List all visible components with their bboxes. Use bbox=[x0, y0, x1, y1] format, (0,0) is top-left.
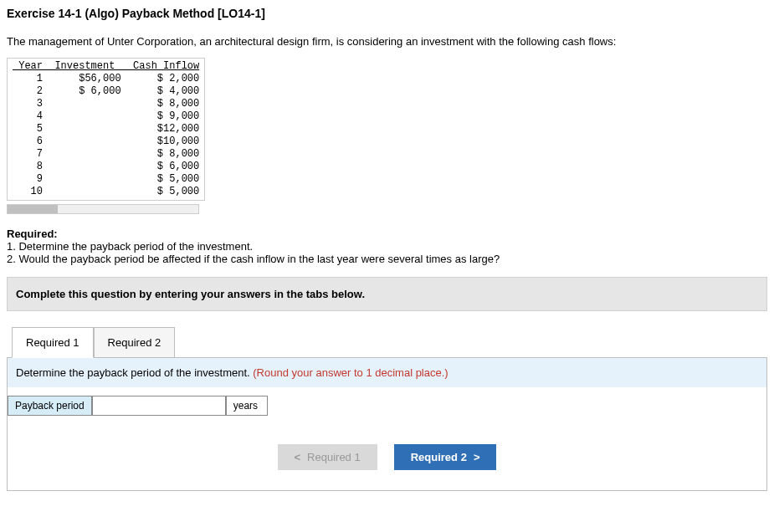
tab-panel: Determine the payback period of the inve… bbox=[7, 357, 767, 491]
intro-text: The management of Unter Corporation, an … bbox=[7, 35, 767, 48]
answer-grid: Payback period years bbox=[8, 396, 268, 416]
tab-required-1[interactable]: Required 1 bbox=[12, 327, 94, 358]
nav-buttons: < Required 1 Required 2 > bbox=[8, 436, 766, 490]
payback-input[interactable] bbox=[93, 396, 225, 415]
exercise-title: Exercise 14-1 (Algo) Payback Method [LO1… bbox=[7, 7, 767, 20]
required-header: Required: bbox=[7, 228, 767, 240]
payback-input-cell bbox=[92, 396, 226, 416]
next-button[interactable]: Required 2 > bbox=[394, 444, 497, 470]
scrollbar-thumb[interactable] bbox=[8, 205, 58, 213]
instruction-bar: Complete this question by entering your … bbox=[7, 277, 767, 311]
chevron-right-icon: > bbox=[474, 451, 480, 463]
payback-label-cell: Payback period bbox=[8, 396, 92, 416]
required-q1: 1. Determine the payback period of the i… bbox=[7, 240, 767, 253]
panel-prompt: Determine the payback period of the inve… bbox=[16, 366, 253, 379]
panel-prompt-note: (Round your answer to 1 decimal place.) bbox=[253, 366, 448, 379]
next-button-label: Required 2 bbox=[411, 451, 467, 463]
required-block: Required: 1. Determine the payback perio… bbox=[7, 228, 767, 265]
payback-unit-cell: years bbox=[226, 396, 268, 416]
horizontal-scrollbar[interactable] bbox=[7, 204, 199, 214]
prev-button-label: Required 1 bbox=[307, 451, 361, 463]
tab-required-2[interactable]: Required 2 bbox=[94, 327, 176, 358]
chevron-left-icon: < bbox=[295, 451, 301, 463]
prev-button[interactable]: < Required 1 bbox=[278, 444, 377, 470]
panel-instruction: Determine the payback period of the inve… bbox=[8, 358, 766, 387]
answer-row: Payback period years bbox=[8, 387, 766, 436]
cash-flow-table: Year Investment Cash Inflow 1 $56,000 $ … bbox=[7, 58, 205, 201]
tabs: Required 1 Required 2 bbox=[7, 326, 767, 357]
required-q2: 2. Would the payback period be affected … bbox=[7, 253, 767, 265]
